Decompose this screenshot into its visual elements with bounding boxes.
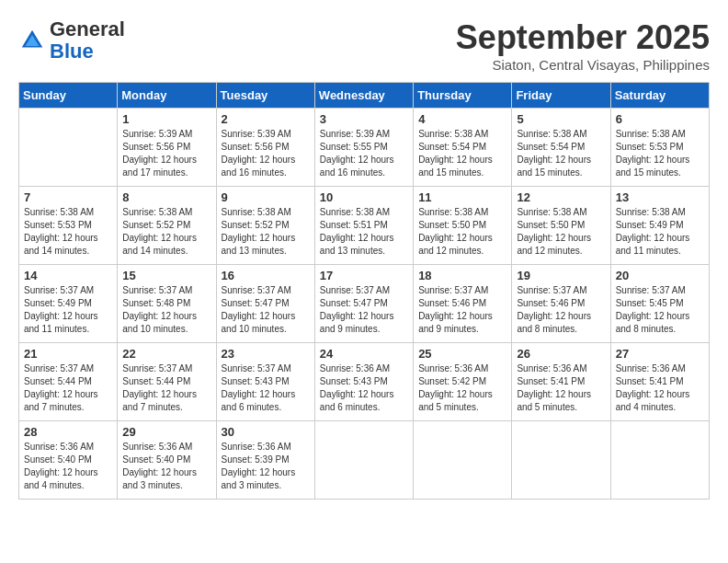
day-info: Sunrise: 5:37 AM Sunset: 5:46 PM Dayligh… [418,284,506,336]
day-info: Sunrise: 5:37 AM Sunset: 5:46 PM Dayligh… [517,284,605,336]
day-cell: 21Sunrise: 5:37 AM Sunset: 5:44 PM Dayli… [19,343,118,421]
day-info: Sunrise: 5:37 AM Sunset: 5:47 PM Dayligh… [320,284,408,336]
day-cell: 2Sunrise: 5:39 AM Sunset: 5:56 PM Daylig… [216,109,314,187]
day-number: 10 [320,190,408,204]
day-info: Sunrise: 5:36 AM Sunset: 5:40 PM Dayligh… [24,441,112,492]
day-cell: 3Sunrise: 5:39 AM Sunset: 5:55 PM Daylig… [314,109,413,187]
day-cell [414,421,512,500]
logo: General Blue [18,18,125,63]
title-area: September 2025 Siaton, Central Visayas, … [456,18,710,73]
day-number: 30 [222,425,310,439]
logo-icon [18,27,46,54]
day-cell: 22Sunrise: 5:37 AM Sunset: 5:44 PM Dayli… [118,343,216,421]
day-cell: 18Sunrise: 5:37 AM Sunset: 5:46 PM Dayli… [414,265,512,343]
day-number: 5 [517,112,605,126]
day-info: Sunrise: 5:38 AM Sunset: 5:49 PM Dayligh… [616,206,704,258]
logo-blue-text: Blue [50,40,94,63]
day-info: Sunrise: 5:39 AM Sunset: 5:56 PM Dayligh… [222,128,310,179]
day-cell: 10Sunrise: 5:38 AM Sunset: 5:51 PM Dayli… [314,187,413,265]
day-number: 12 [517,190,605,204]
page-header: General Blue September 2025 Siaton, Cent… [18,18,710,73]
day-number: 8 [122,190,210,204]
day-cell: 24Sunrise: 5:36 AM Sunset: 5:43 PM Dayli… [314,343,413,421]
day-number: 1 [122,112,210,126]
weekday-header-thursday: Thursday [414,83,512,109]
day-cell: 15Sunrise: 5:37 AM Sunset: 5:48 PM Dayli… [118,265,216,343]
day-number: 19 [517,269,605,282]
day-number: 23 [222,347,310,361]
day-info: Sunrise: 5:37 AM Sunset: 5:48 PM Dayligh… [122,284,210,336]
day-cell [19,109,118,187]
day-info: Sunrise: 5:36 AM Sunset: 5:39 PM Dayligh… [222,441,310,492]
day-info: Sunrise: 5:36 AM Sunset: 5:43 PM Dayligh… [320,362,408,414]
weekday-header-sunday: Sunday [19,83,118,109]
week-row-5: 28Sunrise: 5:36 AM Sunset: 5:40 PM Dayli… [19,421,710,500]
day-info: Sunrise: 5:37 AM Sunset: 5:47 PM Dayligh… [222,284,310,336]
day-cell: 19Sunrise: 5:37 AM Sunset: 5:46 PM Dayli… [512,265,610,343]
month-title: September 2025 [456,18,710,57]
day-number: 14 [24,269,112,282]
day-cell: 20Sunrise: 5:37 AM Sunset: 5:45 PM Dayli… [610,265,709,343]
day-info: Sunrise: 5:38 AM Sunset: 5:54 PM Dayligh… [517,128,605,179]
day-info: Sunrise: 5:37 AM Sunset: 5:49 PM Dayligh… [24,284,112,336]
day-number: 26 [517,347,605,361]
day-info: Sunrise: 5:37 AM Sunset: 5:43 PM Dayligh… [222,362,310,414]
weekday-header-row: SundayMondayTuesdayWednesdayThursdayFrid… [19,83,710,109]
day-number: 29 [122,425,210,439]
day-number: 28 [24,425,112,439]
day-info: Sunrise: 5:39 AM Sunset: 5:56 PM Dayligh… [122,128,210,179]
day-info: Sunrise: 5:37 AM Sunset: 5:44 PM Dayligh… [122,362,210,414]
weekday-header-monday: Monday [118,83,216,109]
day-number: 11 [418,190,506,204]
day-info: Sunrise: 5:38 AM Sunset: 5:53 PM Dayligh… [616,128,704,179]
day-cell [314,421,413,500]
weekday-header-wednesday: Wednesday [314,83,413,109]
day-info: Sunrise: 5:38 AM Sunset: 5:52 PM Dayligh… [122,206,210,258]
day-cell: 12Sunrise: 5:38 AM Sunset: 5:50 PM Dayli… [512,187,610,265]
day-number: 9 [222,190,310,204]
day-info: Sunrise: 5:38 AM Sunset: 5:53 PM Dayligh… [24,206,112,258]
day-number: 25 [418,347,506,361]
day-number: 17 [320,269,408,282]
day-number: 24 [320,347,408,361]
day-number: 27 [616,347,704,361]
week-row-3: 14Sunrise: 5:37 AM Sunset: 5:49 PM Dayli… [19,265,710,343]
weekday-header-tuesday: Tuesday [216,83,314,109]
logo-general-text: General [50,17,125,40]
day-cell [610,421,709,500]
day-number: 16 [222,269,310,282]
weekday-header-friday: Friday [512,83,610,109]
day-cell: 29Sunrise: 5:36 AM Sunset: 5:40 PM Dayli… [118,421,216,500]
day-cell: 9Sunrise: 5:38 AM Sunset: 5:52 PM Daylig… [216,187,314,265]
day-cell: 27Sunrise: 5:36 AM Sunset: 5:41 PM Dayli… [610,343,709,421]
day-cell: 7Sunrise: 5:38 AM Sunset: 5:53 PM Daylig… [19,187,118,265]
day-info: Sunrise: 5:38 AM Sunset: 5:54 PM Dayligh… [418,128,506,179]
day-cell: 4Sunrise: 5:38 AM Sunset: 5:54 PM Daylig… [414,109,512,187]
day-cell: 6Sunrise: 5:38 AM Sunset: 5:53 PM Daylig… [610,109,709,187]
day-cell [512,421,610,500]
week-row-4: 21Sunrise: 5:37 AM Sunset: 5:44 PM Dayli… [19,343,710,421]
day-info: Sunrise: 5:36 AM Sunset: 5:42 PM Dayligh… [418,362,506,414]
day-cell: 11Sunrise: 5:38 AM Sunset: 5:50 PM Dayli… [414,187,512,265]
weekday-header-saturday: Saturday [610,83,709,109]
day-info: Sunrise: 5:36 AM Sunset: 5:40 PM Dayligh… [122,441,210,492]
day-cell: 25Sunrise: 5:36 AM Sunset: 5:42 PM Dayli… [414,343,512,421]
week-row-2: 7Sunrise: 5:38 AM Sunset: 5:53 PM Daylig… [19,187,710,265]
day-cell: 14Sunrise: 5:37 AM Sunset: 5:49 PM Dayli… [19,265,118,343]
calendar-table: SundayMondayTuesdayWednesdayThursdayFrid… [18,82,710,500]
day-number: 18 [418,269,506,282]
day-number: 15 [122,269,210,282]
day-cell: 30Sunrise: 5:36 AM Sunset: 5:39 PM Dayli… [216,421,314,500]
day-cell: 16Sunrise: 5:37 AM Sunset: 5:47 PM Dayli… [216,265,314,343]
day-info: Sunrise: 5:36 AM Sunset: 5:41 PM Dayligh… [616,362,704,414]
day-cell: 13Sunrise: 5:38 AM Sunset: 5:49 PM Dayli… [610,187,709,265]
day-cell: 8Sunrise: 5:38 AM Sunset: 5:52 PM Daylig… [118,187,216,265]
day-info: Sunrise: 5:36 AM Sunset: 5:41 PM Dayligh… [517,362,605,414]
day-info: Sunrise: 5:38 AM Sunset: 5:50 PM Dayligh… [418,206,506,258]
day-number: 6 [616,112,704,126]
day-number: 13 [616,190,704,204]
day-cell: 17Sunrise: 5:37 AM Sunset: 5:47 PM Dayli… [314,265,413,343]
location-title: Siaton, Central Visayas, Philippines [456,57,710,73]
day-cell: 26Sunrise: 5:36 AM Sunset: 5:41 PM Dayli… [512,343,610,421]
day-info: Sunrise: 5:38 AM Sunset: 5:51 PM Dayligh… [320,206,408,258]
